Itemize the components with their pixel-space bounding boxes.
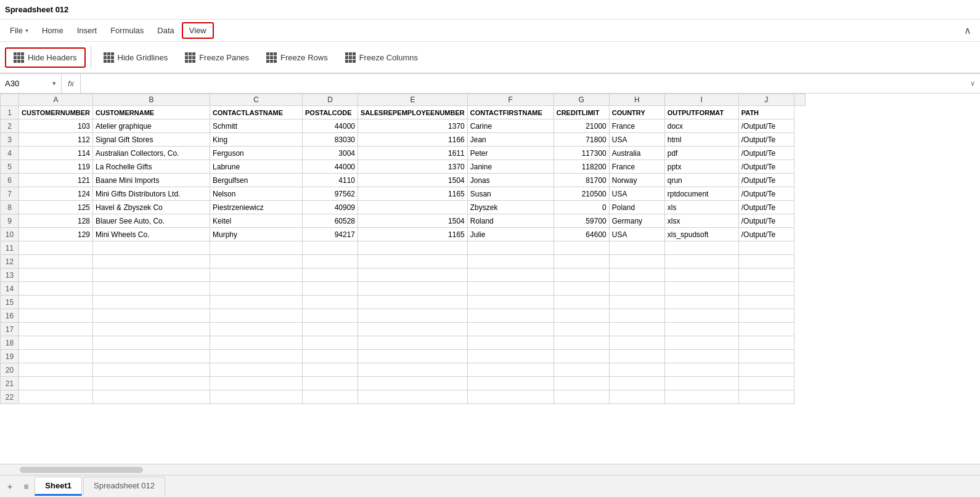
col-header-D[interactable]: D — [303, 94, 358, 106]
cell-6-2[interactable]: Bergulfsen — [210, 174, 303, 187]
empty-cell-12-9[interactable] — [738, 255, 794, 269]
cell-6-8[interactable]: qrun — [664, 174, 738, 187]
menu-item-file[interactable]: File▾ — [4, 23, 35, 38]
cell-7-3[interactable]: 97562 — [303, 187, 358, 201]
cell-4-6[interactable]: 117300 — [553, 147, 609, 160]
empty-cell-21-6[interactable] — [553, 377, 609, 390]
cell-6-4[interactable]: 1504 — [358, 174, 468, 187]
empty-cell-18-1[interactable] — [93, 336, 210, 350]
empty-cell-12-8[interactable] — [664, 255, 738, 269]
header-cell-8[interactable]: OUTPUTFORMAT — [664, 106, 738, 119]
empty-cell-13-8[interactable] — [664, 269, 738, 282]
cell-ref-dropdown-icon[interactable]: ▾ — [52, 79, 56, 87]
empty-cell-13-0[interactable] — [19, 269, 93, 282]
empty-cell-22-0[interactable] — [19, 390, 93, 404]
empty-cell-22-1[interactable] — [93, 390, 210, 404]
col-header-B[interactable]: B — [93, 94, 210, 106]
cell-7-1[interactable]: Mini Gifts Distributors Ltd. — [93, 187, 210, 201]
empty-cell-20-2[interactable] — [210, 363, 303, 377]
empty-cell-20-8[interactable] — [664, 363, 738, 377]
cell-4-8[interactable]: pdf — [664, 147, 738, 160]
toolbar-btn-freeze-rows[interactable]: Freeze Rows — [259, 49, 335, 67]
cell-6-5[interactable]: Jonas — [467, 174, 553, 187]
empty-cell-17-3[interactable] — [303, 323, 358, 336]
cell-6-0[interactable]: 121 — [19, 174, 93, 187]
col-header-H[interactable]: H — [609, 94, 664, 106]
empty-cell-16-8[interactable] — [664, 309, 738, 323]
cell-10-5[interactable]: Julie — [467, 228, 553, 241]
empty-cell-16-3[interactable] — [303, 309, 358, 323]
empty-cell-14-4[interactable] — [358, 282, 468, 296]
cell-2-9[interactable]: /Output/Te — [738, 119, 794, 133]
empty-cell-22-9[interactable] — [738, 390, 794, 404]
header-cell-1[interactable]: CUSTOMERNAME — [93, 106, 210, 119]
empty-cell-19-0[interactable] — [19, 350, 93, 363]
empty-cell-11-5[interactable] — [467, 241, 553, 255]
cell-3-9[interactable]: /Output/Te — [738, 133, 794, 147]
cell-7-6[interactable]: 210500 — [553, 187, 609, 201]
toolbar-btn-hide-headers[interactable]: Hide Headers — [5, 47, 86, 68]
sheet-menu-button[interactable]: ≡ — [18, 479, 33, 494]
cell-3-7[interactable]: USA — [609, 133, 664, 147]
cell-4-9[interactable]: /Output/Te — [738, 147, 794, 160]
cell-7-8[interactable]: rptdocument — [664, 187, 738, 201]
empty-cell-11-4[interactable] — [358, 241, 468, 255]
empty-cell-18-9[interactable] — [738, 336, 794, 350]
empty-cell-20-6[interactable] — [553, 363, 609, 377]
cell-3-3[interactable]: 83030 — [303, 133, 358, 147]
empty-cell-21-7[interactable] — [609, 377, 664, 390]
cell-9-8[interactable]: xlsx — [664, 214, 738, 228]
empty-cell-17-4[interactable] — [358, 323, 468, 336]
empty-cell-20-9[interactable] — [738, 363, 794, 377]
empty-cell-21-4[interactable] — [358, 377, 468, 390]
cell-10-6[interactable]: 64600 — [553, 228, 609, 241]
col-header-J[interactable]: J — [738, 94, 794, 106]
empty-cell-14-9[interactable] — [738, 282, 794, 296]
empty-cell-21-2[interactable] — [210, 377, 303, 390]
empty-cell-16-5[interactable] — [467, 309, 553, 323]
cell-9-5[interactable]: Roland — [467, 214, 553, 228]
empty-cell-13-2[interactable] — [210, 269, 303, 282]
cell-7-9[interactable]: /Output/Te — [738, 187, 794, 201]
cell-6-7[interactable]: Norway — [609, 174, 664, 187]
empty-cell-16-1[interactable] — [93, 309, 210, 323]
empty-cell-21-3[interactable] — [303, 377, 358, 390]
cell-5-3[interactable]: 44000 — [303, 160, 358, 174]
empty-cell-15-8[interactable] — [664, 296, 738, 309]
empty-cell-13-9[interactable] — [738, 269, 794, 282]
empty-cell-17-8[interactable] — [664, 323, 738, 336]
empty-cell-17-9[interactable] — [738, 323, 794, 336]
cell-7-0[interactable]: 124 — [19, 187, 93, 201]
cell-9-4[interactable]: 1504 — [358, 214, 468, 228]
empty-cell-15-4[interactable] — [358, 296, 468, 309]
menu-item-home[interactable]: Home — [36, 23, 70, 38]
cell-8-6[interactable]: 0 — [553, 201, 609, 214]
empty-cell-21-9[interactable] — [738, 377, 794, 390]
empty-cell-19-2[interactable] — [210, 350, 303, 363]
empty-cell-14-1[interactable] — [93, 282, 210, 296]
cell-reference-box[interactable]: A30 ▾ — [0, 74, 62, 93]
header-cell-9[interactable]: PATH — [738, 106, 794, 119]
empty-cell-11-9[interactable] — [738, 241, 794, 255]
cell-7-7[interactable]: USA — [609, 187, 664, 201]
cell-10-3[interactable]: 94217 — [303, 228, 358, 241]
empty-cell-12-3[interactable] — [303, 255, 358, 269]
empty-cell-22-7[interactable] — [609, 390, 664, 404]
empty-cell-12-7[interactable] — [609, 255, 664, 269]
empty-cell-15-7[interactable] — [609, 296, 664, 309]
col-header-F[interactable]: F — [467, 94, 553, 106]
empty-cell-19-9[interactable] — [738, 350, 794, 363]
col-header-C[interactable]: C — [210, 94, 303, 106]
sheet-tab-spreadsheet012[interactable]: Spreadsheet 012 — [83, 477, 165, 496]
empty-cell-22-5[interactable] — [467, 390, 553, 404]
cell-8-3[interactable]: 40909 — [303, 201, 358, 214]
empty-cell-13-3[interactable] — [303, 269, 358, 282]
empty-cell-13-6[interactable] — [553, 269, 609, 282]
cell-5-0[interactable]: 119 — [19, 160, 93, 174]
cell-6-9[interactable]: /Output/Te — [738, 174, 794, 187]
empty-cell-21-1[interactable] — [93, 377, 210, 390]
cell-10-8[interactable]: xls_spudsoft — [664, 228, 738, 241]
cell-2-0[interactable]: 103 — [19, 119, 93, 133]
cell-8-8[interactable]: xls — [664, 201, 738, 214]
empty-cell-11-7[interactable] — [609, 241, 664, 255]
